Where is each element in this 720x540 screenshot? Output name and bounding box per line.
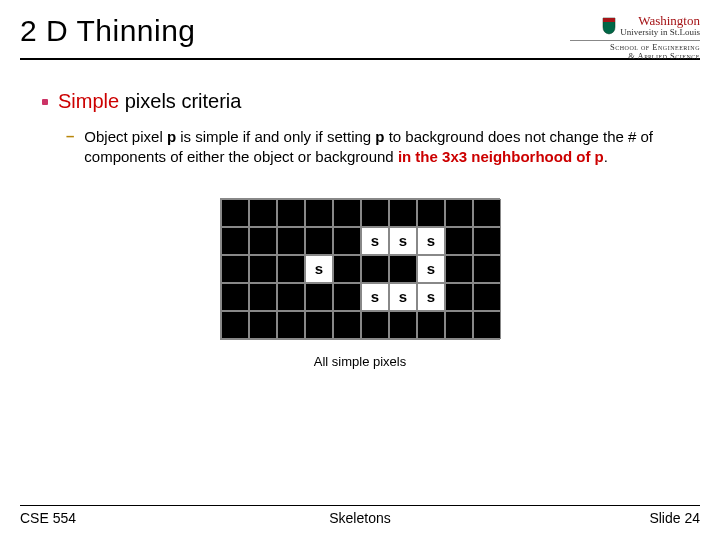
pixel-filled [389,255,417,283]
pixel-filled [445,227,473,255]
pixel-filled [305,227,333,255]
pixel-filled [473,255,501,283]
pixel-filled [249,311,277,339]
pixel-filled [221,311,249,339]
pixel-grid: ssssssss [220,198,500,340]
pixel-filled [445,199,473,227]
pixel-filled [333,311,361,339]
sub-p3: is simple if and only if setting [176,128,375,145]
sub-p4: p [375,128,384,145]
pixel-filled [417,311,445,339]
pixel-filled [361,311,389,339]
bullet-lead: Simple [58,90,119,112]
grid-caption: All simple pixels [220,354,500,369]
pixel-filled [221,283,249,311]
slide-footer: Skeletons CSE 554 Slide 24 [0,505,720,526]
sub-p6: in the 3x3 neighborhood of p [398,148,604,165]
pixel-filled [277,311,305,339]
pixel-filled [445,283,473,311]
pixel-filled [277,227,305,255]
footer-center: Skeletons [0,510,720,526]
pixel-filled [305,283,333,311]
slide-body: Simple pixels criteria – Object pixel p … [0,60,720,369]
school-name: School of Engineering & Applied Science [570,40,700,62]
pixel-filled [277,283,305,311]
pixel-filled [305,311,333,339]
university-subline: University in St.Louis [620,28,700,37]
university-name: Washington University in St.Louis [620,14,700,37]
bullet-text: Simple pixels criteria [58,90,241,113]
pixel-filled [221,255,249,283]
pixel-filled [473,311,501,339]
pixel-filled [333,255,361,283]
pixel-filled [333,283,361,311]
pixel-filled [249,255,277,283]
pixel-filled [333,199,361,227]
pixel-filled [445,311,473,339]
pixel-empty: s [305,255,333,283]
pixel-empty: s [417,227,445,255]
school-line2: & Applied Science [628,51,700,61]
pixel-filled [249,227,277,255]
pixel-filled [249,199,277,227]
pixel-filled [249,283,277,311]
slide: Washington University in St.Louis School… [0,0,720,540]
pixel-empty: s [417,255,445,283]
bullet-level1: Simple pixels criteria [42,90,678,113]
pixel-filled [361,255,389,283]
bullet-rest: pixels criteria [119,90,241,112]
pixel-filled [361,199,389,227]
footer-rule [20,505,700,506]
pixel-filled [417,199,445,227]
pixel-filled [221,227,249,255]
pixel-filled [389,199,417,227]
sub-p1: Object pixel [84,128,167,145]
bullet-icon [42,99,48,105]
pixel-filled [277,199,305,227]
pixel-filled [473,199,501,227]
sub-p7: . [604,148,608,165]
pixel-filled [389,311,417,339]
pixel-filled [445,255,473,283]
pixel-empty: s [389,227,417,255]
dash-icon: – [66,127,74,144]
pixel-empty: s [417,283,445,311]
sub-p2: p [167,128,176,145]
bullet-level2: – Object pixel p is simple if and only i… [66,127,678,168]
shield-icon [602,17,616,35]
university-word: Washington [638,13,700,28]
pixel-filled [473,283,501,311]
university-logo: Washington University in St.Louis School… [570,14,700,62]
sub-text: Object pixel p is simple if and only if … [84,127,678,168]
pixel-filled [305,199,333,227]
pixel-empty: s [361,227,389,255]
grid-figure: ssssssss All simple pixels [220,198,500,369]
pixel-filled [333,227,361,255]
pixel-empty: s [389,283,417,311]
pixel-empty: s [361,283,389,311]
logo-top-row: Washington University in St.Louis [570,14,700,37]
pixel-filled [277,255,305,283]
pixel-filled [221,199,249,227]
pixel-filled [473,227,501,255]
